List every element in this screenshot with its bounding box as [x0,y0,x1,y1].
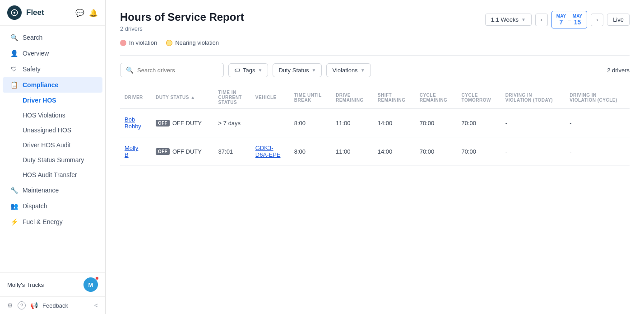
col-vehicle: VEHICLE [251,86,290,109]
violations-label: Violations [332,67,357,74]
sidebar-item-overview[interactable]: 👤 Overview [3,46,102,61]
date-range: MAY 7 – MAY 15 [551,11,587,28]
legend-nearing-violation: Nearing violation [166,39,219,46]
drive-remaining-molly: 11:00 [331,137,373,166]
sidebar: Fleet 💬 🔔 🔍 Search 👤 Overview 🛡 Safety 📋… [0,0,106,314]
main-content: Hours of Service Report 2 drivers 1.1 We… [106,0,644,314]
legend: In violation Nearing violation [120,39,630,46]
duty-status-bob: OFF DUTY [172,120,202,127]
feedback-label[interactable]: Feedback [42,302,68,309]
date-from-day: 7 [560,19,563,26]
message-icon[interactable]: 💬 [75,9,84,17]
sidebar-item-maintenance[interactable]: 🔧 Maintenance [3,183,102,198]
duty-status-chevron-icon: ▼ [312,68,316,73]
notification-badge [95,277,99,280]
week-chevron-icon: ▼ [521,17,526,22]
violations-chevron-icon: ▼ [361,68,365,73]
col-time-in-status: TIME INCURRENTSTATUS [214,86,251,109]
sidebar-item-search-label: Search [23,34,42,41]
col-cycle-remaining: CYCLEREMAINING [415,86,457,109]
sidebar-item-driver-hos[interactable]: Driver HOS [3,93,102,108]
table-header: DRIVER DUTY STATUS ▲ TIME INCURRENTSTATU… [120,86,630,109]
sidebar-title: Fleet [26,8,71,17]
cycle-remaining-molly: 70:00 [415,137,457,166]
driving-violation-cycle-molly: - [565,137,630,166]
status-badge-molly: OFF [156,148,170,155]
page-title-section: Hours of Service Report 2 drivers [120,11,244,32]
sidebar-item-hos-audit-transfer[interactable]: HOS Audit Transfer [3,168,102,182]
time-in-status-molly: 37:01 [214,137,251,166]
col-cycle-tomorrow: CYCLETOMORROW [457,86,501,109]
col-driver[interactable]: DRIVER [120,86,151,109]
settings-icon[interactable]: ⚙ [7,302,13,309]
prev-date-button[interactable]: ‹ [535,14,548,26]
duty-status-summary-label: Duty Status Summary [23,156,84,164]
page-header: Hours of Service Report 2 drivers 1.1 We… [120,11,630,32]
compliance-icon: 📋 [10,81,18,89]
in-violation-label: In violation [129,39,157,46]
sidebar-item-safety-label: Safety [23,66,41,73]
violations-filter[interactable]: Violations ▼ [326,63,371,77]
sidebar-item-hos-violations[interactable]: HOS Violations [3,108,102,122]
legend-in-violation: In violation [120,39,157,46]
driver-hos-label: Driver HOS [23,97,56,104]
sidebar-item-driver-hos-audit[interactable]: Driver HOS Audit [3,138,102,152]
sidebar-item-compliance[interactable]: 📋 Compliance [3,77,102,93]
help-icon[interactable]: ? [18,301,26,309]
avatar[interactable]: M [83,277,98,292]
time-until-break-bob: 8:00 [290,109,331,137]
tags-filter[interactable]: 🏷 Tags ▼ [228,63,268,77]
driver-link-bob[interactable]: BobBobby [125,116,141,130]
driving-violation-cycle-bob: - [565,109,630,137]
page-subtitle: 2 drivers [120,25,244,32]
svg-point-1 [14,12,16,14]
cycle-tomorrow-bob: 70:00 [457,109,501,137]
hos-table: DRIVER DUTY STATUS ▲ TIME INCURRENTSTATU… [120,86,630,166]
sidebar-item-search[interactable]: 🔍 Search [3,30,102,45]
collapse-icon[interactable]: < [94,302,98,309]
table-row: MollyB OFF OFF DUTY 37:01 GDK3-D6A-EPE 8… [120,137,630,166]
sidebar-header-icons: 💬 🔔 [75,9,98,17]
driver-hos-audit-label: Driver HOS Audit [23,141,71,149]
driver-link-molly[interactable]: MollyB [125,145,138,158]
sidebar-item-unassigned-hos[interactable]: Unassigned HOS [3,123,102,137]
week-selector-label: 1.1 Weeks [491,16,519,23]
col-driving-violation-cycle: DRIVING INVIOLATION (CYCLE) [565,86,630,109]
shift-remaining-bob: 14:00 [373,109,415,137]
sidebar-item-fuel-energy-label: Fuel & Energy [23,218,63,225]
user-name: Molly's Trucks [7,281,44,288]
date-from-month: MAY [556,14,566,19]
table-container: DRIVER DUTY STATUS ▲ TIME INCURRENTSTATU… [120,86,630,303]
col-time-until-break: TIME UNTILBREAK [290,86,331,109]
nearing-violation-dot [166,40,172,46]
drivers-count: 2 drivers [607,67,630,74]
table-body: BobBobby OFF OFF DUTY > 7 days 8:00 11:0… [120,109,630,166]
user-info: Molly's Trucks [7,281,44,288]
search-input[interactable] [137,67,218,74]
dispatch-icon: 👥 [10,202,18,210]
notification-icon[interactable]: 🔔 [89,9,98,17]
duty-status-filter[interactable]: Duty Status ▼ [273,63,322,77]
sidebar-item-fuel-energy[interactable]: ⚡ Fuel & Energy [3,214,102,230]
search-box[interactable]: 🔍 [120,63,224,77]
safety-icon: 🛡 [10,66,18,73]
next-date-button[interactable]: › [591,14,603,26]
in-violation-dot [120,40,126,46]
week-selector[interactable]: 1.1 Weeks ▼ [485,14,532,26]
duty-status-molly: OFF DUTY [172,148,202,155]
duty-cell-molly: OFF OFF DUTY [156,148,209,155]
time-until-break-molly: 8:00 [290,137,331,166]
shift-remaining-molly: 14:00 [373,137,415,166]
col-duty-status[interactable]: DUTY STATUS ▲ [151,86,214,109]
sidebar-item-safety[interactable]: 🛡 Safety [3,61,102,77]
fuel-energy-icon: ⚡ [10,218,18,225]
cycle-tomorrow-molly: 70:00 [457,137,501,166]
live-button[interactable]: Live [607,14,630,26]
vehicle-link-molly[interactable]: GDK3-D6A-EPE [255,145,281,158]
time-in-status-bob: > 7 days [214,109,251,137]
sidebar-item-duty-status-summary[interactable]: Duty Status Summary [3,153,102,167]
hos-audit-transfer-label: HOS Audit Transfer [23,171,77,178]
table-row: BobBobby OFF OFF DUTY > 7 days 8:00 11:0… [120,109,630,137]
sidebar-item-dispatch-label: Dispatch [23,202,47,210]
sidebar-item-dispatch[interactable]: 👥 Dispatch [3,198,102,214]
